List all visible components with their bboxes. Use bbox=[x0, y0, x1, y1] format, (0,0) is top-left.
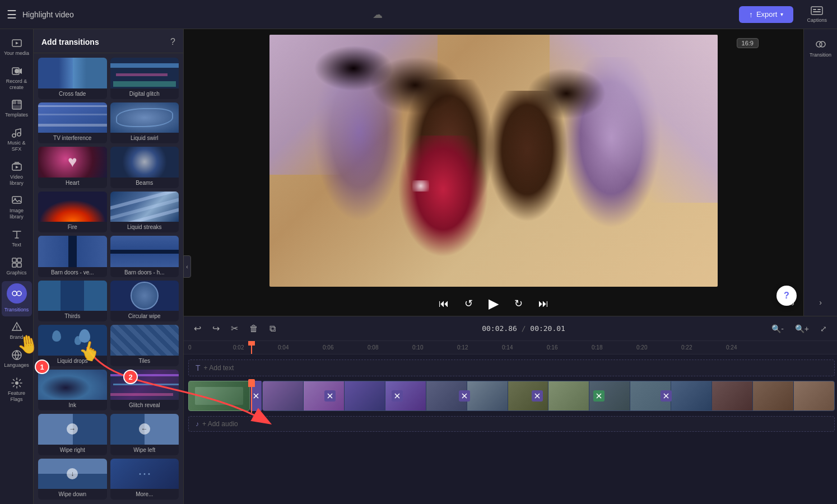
track-area: T + Add text bbox=[184, 354, 837, 504]
ruler-playhead[interactable] bbox=[251, 341, 252, 354]
captions-icon bbox=[811, 6, 823, 16]
nav-item-templates[interactable]: Templates bbox=[2, 95, 32, 122]
transition-item-cross-fade[interactable]: Cross fade bbox=[38, 58, 107, 99]
add-audio-track[interactable]: ♪ + Add audio bbox=[188, 416, 835, 432]
transition-item-barn-doors-h[interactable]: Barn doors - h... bbox=[110, 236, 179, 277]
ruler-mark: 0:24 bbox=[726, 344, 771, 351]
nav-item-music[interactable]: Music & SFX bbox=[2, 123, 32, 156]
zoom-in-btn[interactable]: 🔍+ bbox=[792, 322, 812, 335]
duplicate-btn[interactable]: ⧉ bbox=[266, 321, 279, 336]
clip-transition-icon-green[interactable] bbox=[593, 390, 604, 402]
transition-item-circular-wipe[interactable]: Circular wipe bbox=[110, 281, 179, 322]
nav-item-text[interactable]: Text bbox=[2, 225, 32, 252]
ruler-mark: 0:16 bbox=[547, 344, 592, 351]
panel-collapse-btn[interactable]: ‹ bbox=[183, 255, 191, 278]
right-panel-collapse-btn[interactable]: › bbox=[806, 293, 836, 311]
nav-item-your-media[interactable]: Your media bbox=[2, 34, 32, 60]
transition-item-barn-doors-v[interactable]: Barn doors - ve... bbox=[38, 236, 107, 277]
transition-item-ink[interactable]: Ink bbox=[38, 370, 107, 411]
nav-item-brand[interactable]: Brand bbox=[2, 318, 32, 344]
ruler-mark: 0:14 bbox=[502, 344, 547, 351]
add-audio-label: + Add audio bbox=[202, 420, 238, 428]
transition-item-beams[interactable]: Beams bbox=[110, 147, 179, 188]
help-floating-btn[interactable]: ? bbox=[776, 286, 797, 306]
svg-rect-2 bbox=[817, 9, 821, 10]
transition-side-icon bbox=[815, 38, 827, 50]
clip-transition-icon[interactable] bbox=[661, 390, 672, 402]
transition-item-tiles[interactable]: Tiles bbox=[110, 325, 179, 366]
transition-label: Wipe down bbox=[38, 489, 107, 500]
ruler-mark: 0:02 bbox=[233, 344, 278, 351]
delete-btn[interactable]: 🗑 bbox=[246, 321, 262, 336]
transition-item-more[interactable]: ⋯ More... bbox=[110, 459, 179, 500]
skip-forward-btn[interactable]: ⏭ bbox=[536, 296, 551, 312]
transition-item-thirds[interactable]: Thirds bbox=[38, 281, 107, 322]
zoom-out-btn[interactable]: 🔍- bbox=[768, 322, 787, 335]
transitions-icon bbox=[11, 288, 22, 299]
undo-btn[interactable]: ↩ bbox=[190, 321, 204, 336]
forward-5s-btn[interactable]: ↻ bbox=[512, 295, 525, 312]
clip-transition-icon[interactable] bbox=[324, 390, 336, 402]
ruler-mark: 0:08 bbox=[368, 344, 412, 351]
cut-btn[interactable]: ✂ bbox=[227, 321, 241, 336]
transition-item-glitch-reveal[interactable]: Glitch reveal bbox=[110, 370, 179, 411]
music-icon bbox=[11, 127, 22, 138]
aspect-ratio-badge[interactable]: 16:9 bbox=[737, 38, 759, 48]
track-playhead[interactable] bbox=[251, 379, 252, 413]
fit-timeline-btn[interactable]: ⤢ bbox=[817, 322, 830, 335]
transition-label: Glitch reveal bbox=[110, 400, 179, 410]
transition-item-liquid-swirl[interactable]: Liquid swirl bbox=[110, 102, 179, 144]
transition-item-wipe-down[interactable]: ↓ Wipe down bbox=[38, 459, 107, 500]
transition-label: Wipe left bbox=[110, 445, 179, 455]
clip-transition-icon[interactable] bbox=[392, 390, 403, 402]
transition-item-wipe-right[interactable]: → Wipe right bbox=[38, 414, 107, 455]
video-clip[interactable] bbox=[188, 381, 250, 411]
svg-point-5 bbox=[15, 69, 19, 73]
ruler-mark: 0:18 bbox=[592, 344, 636, 351]
nav-item-record[interactable]: Record & create bbox=[2, 62, 32, 95]
templates-icon bbox=[11, 99, 22, 110]
transition-item-fire[interactable]: Fire bbox=[38, 192, 107, 233]
nav-item-image-library[interactable]: Image library bbox=[2, 191, 32, 224]
transition-label: Beams bbox=[110, 178, 179, 188]
transition-item-liquid-streaks[interactable]: Liquid streaks bbox=[110, 192, 179, 233]
export-button[interactable]: ↑ Export ▾ bbox=[739, 6, 794, 23]
transition-label: More... bbox=[110, 489, 179, 500]
add-text-track[interactable]: T + Add text bbox=[188, 360, 835, 376]
transition-label: Heart bbox=[38, 178, 107, 188]
redo-btn[interactable]: ↪ bbox=[209, 321, 223, 336]
transition-item-wipe-left[interactable]: ← Wipe left bbox=[110, 414, 179, 455]
time-separator: / bbox=[522, 324, 531, 333]
transition-label: Circular wipe bbox=[110, 311, 179, 321]
nav-label-graphics: Graphics bbox=[6, 270, 26, 276]
skip-back-btn[interactable]: ⏮ bbox=[436, 296, 451, 312]
svg-rect-18 bbox=[12, 263, 16, 267]
export-label: Export bbox=[756, 10, 778, 18]
video-clip[interactable] bbox=[262, 381, 835, 411]
transition-item-digital-glitch[interactable]: Digital glitch bbox=[110, 58, 179, 99]
nav-item-graphics[interactable]: Graphics bbox=[2, 253, 32, 280]
nav-item-feature-flags[interactable]: Feature Flags bbox=[2, 374, 32, 407]
graphics-icon bbox=[11, 257, 22, 268]
svg-rect-1 bbox=[813, 9, 816, 10]
timeline-ruler: 0 0:02 0:04 0:06 0:08 0:10 0:12 0:14 0:1… bbox=[184, 341, 837, 354]
app-title: Highlight video bbox=[22, 10, 367, 19]
transition-side-panel-btn[interactable]: Transition bbox=[806, 34, 836, 62]
nav-item-video-library[interactable]: Video library bbox=[2, 157, 32, 190]
clip-transition-icon[interactable] bbox=[459, 390, 470, 402]
svg-rect-3 bbox=[813, 11, 821, 12]
play-pause-btn[interactable]: ▶ bbox=[486, 293, 501, 314]
transition-item-tv-interference[interactable]: TV interference bbox=[38, 102, 107, 144]
transition-item-heart[interactable]: ♥ Heart bbox=[38, 147, 107, 188]
transition-label: Fire bbox=[38, 222, 107, 232]
rewind-5s-btn[interactable]: ↺ bbox=[462, 295, 475, 312]
panel-help-icon[interactable]: ? bbox=[170, 37, 175, 47]
menu-icon[interactable]: ☰ bbox=[7, 8, 17, 21]
clip-transition-icon[interactable] bbox=[532, 390, 543, 402]
captions-panel-btn[interactable]: Captions bbox=[803, 4, 830, 25]
timeline-time: 00:02.86 / 00:20.01 bbox=[283, 324, 764, 333]
nav-item-languages[interactable]: Languages bbox=[2, 346, 32, 372]
nav-item-transitions[interactable]: Transitions bbox=[2, 281, 32, 317]
svg-rect-0 bbox=[811, 7, 822, 15]
transition-item-liquid-drops[interactable]: Liquid drops bbox=[38, 325, 107, 366]
